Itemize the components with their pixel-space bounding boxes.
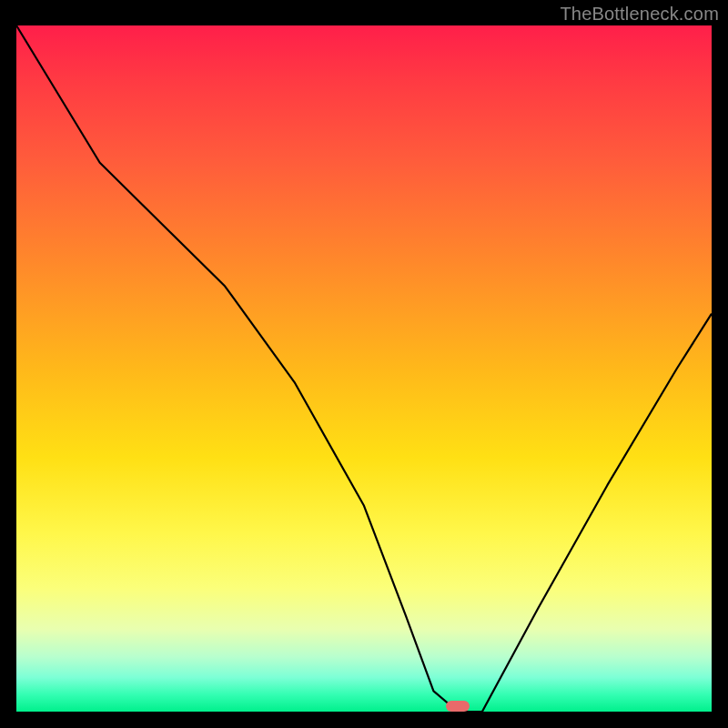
plot-area [16,25,712,712]
optimal-marker [446,701,470,712]
watermark-text: TheBottleneck.com [560,4,719,25]
curve-path [16,25,712,712]
chart-frame: TheBottleneck.com [0,0,728,728]
bottleneck-curve [16,25,712,712]
